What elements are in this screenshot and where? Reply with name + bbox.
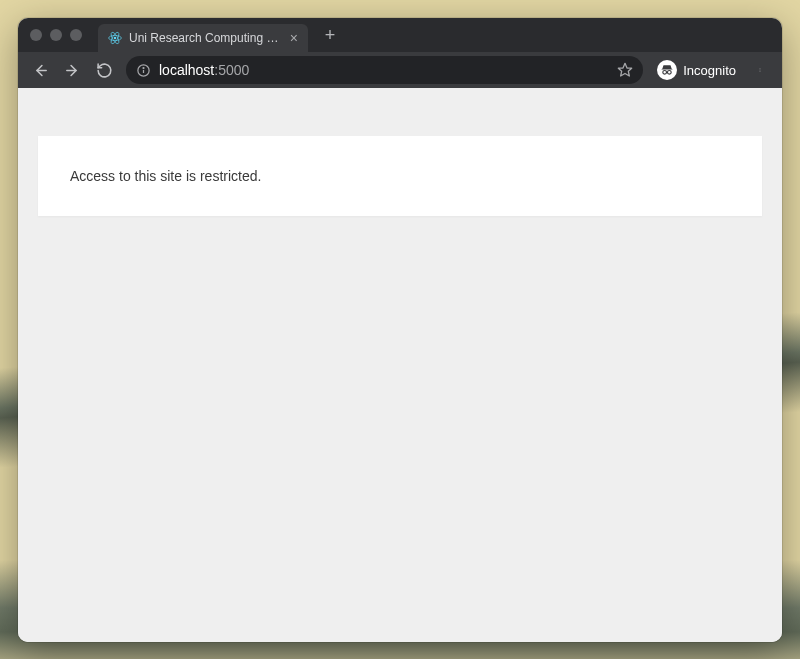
window-maximize-button[interactable]	[70, 29, 82, 41]
svg-point-0	[114, 37, 117, 40]
page-viewport: Access to this site is restricted.	[18, 88, 782, 642]
site-info-icon[interactable]	[136, 63, 151, 78]
svg-point-8	[143, 67, 144, 68]
url-host: localhost	[159, 62, 214, 78]
incognito-icon	[657, 60, 677, 80]
window-close-button[interactable]	[30, 29, 42, 41]
incognito-indicator[interactable]: Incognito	[651, 60, 742, 80]
svg-point-13	[760, 69, 761, 70]
tab-bar: Uni Research Computing Wordp × +	[18, 18, 782, 52]
forward-button[interactable]	[58, 56, 86, 84]
access-restricted-message: Access to this site is restricted.	[70, 168, 261, 184]
incognito-label: Incognito	[683, 63, 736, 78]
reload-button[interactable]	[90, 56, 118, 84]
svg-marker-9	[619, 63, 632, 76]
url-port: :5000	[214, 62, 249, 78]
address-bar[interactable]: localhost:5000	[126, 56, 643, 84]
svg-point-10	[663, 70, 667, 74]
browser-toolbar: localhost:5000 Incognito	[18, 52, 782, 88]
react-icon	[108, 31, 122, 45]
browser-menu-button[interactable]	[746, 56, 774, 84]
close-tab-button[interactable]: ×	[290, 31, 298, 45]
url-text: localhost:5000	[159, 62, 609, 78]
new-tab-button[interactable]: +	[318, 23, 342, 47]
window-minimize-button[interactable]	[50, 29, 62, 41]
back-button[interactable]	[26, 56, 54, 84]
bookmark-button[interactable]	[617, 62, 633, 78]
browser-window: Uni Research Computing Wordp × +	[18, 18, 782, 642]
svg-point-15	[760, 71, 761, 72]
message-panel: Access to this site is restricted.	[38, 136, 762, 216]
svg-point-14	[760, 70, 761, 71]
svg-point-11	[668, 70, 672, 74]
tab-title: Uni Research Computing Wordp	[129, 31, 283, 45]
window-controls	[30, 29, 82, 41]
browser-tab[interactable]: Uni Research Computing Wordp ×	[98, 24, 308, 52]
